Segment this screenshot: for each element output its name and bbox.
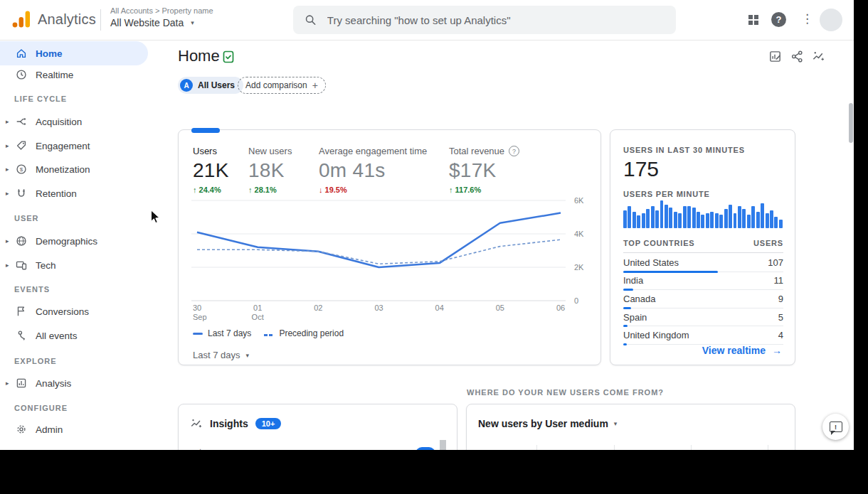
country-name: Spain xyxy=(623,312,647,323)
minute-bar xyxy=(738,206,741,228)
metric-tab-average-engagement-time[interactable]: Average engagement time0m 41s↓ 19.5% xyxy=(319,146,427,194)
minute-bar xyxy=(761,203,764,228)
minute-bar xyxy=(692,208,696,228)
sidebar-item-monetization[interactable]: ▸$Monetization xyxy=(0,157,148,181)
analytics-logo[interactable]: Analytics xyxy=(10,9,96,30)
sidebar-item-label: Engagement xyxy=(36,141,90,151)
chevron-down-icon: ▾ xyxy=(191,19,194,26)
sidebar-item-demographics[interactable]: ▸Demographics xyxy=(0,229,148,253)
sidebar-item-tech[interactable]: ▸Tech xyxy=(0,253,148,277)
globe-icon xyxy=(15,235,28,247)
top-bar: Analytics All Accounts > Property name A… xyxy=(0,0,854,41)
expand-chevron-icon[interactable]: ▸ xyxy=(6,380,9,387)
sidebar-item-label: Retention xyxy=(36,188,77,199)
country-users: 4 xyxy=(778,330,783,340)
insights-icon xyxy=(190,417,203,430)
kebab-menu-icon[interactable]: ⋮ xyxy=(801,11,813,26)
insights-header[interactable]: Insights 10+ xyxy=(190,417,281,430)
sidebar-item-label: Analysis xyxy=(36,378,71,389)
minute-bar xyxy=(678,213,682,229)
sidebar-item-all-events[interactable]: All events xyxy=(0,323,148,348)
realtime-users-value: 175 xyxy=(623,157,659,181)
page-scrollbar[interactable] xyxy=(849,103,853,143)
users-line-chart: 02K4K6K30Sep01Oct0203040506 xyxy=(186,194,593,325)
realtime-card: USERS IN LAST 30 MINUTES 175 USERS PER M… xyxy=(610,129,795,365)
sidebar-item-conversions[interactable]: Conversions xyxy=(0,299,148,323)
view-realtime-link[interactable]: View realtime → xyxy=(702,345,782,356)
insights-icon[interactable] xyxy=(812,50,825,63)
sidebar-item-retention[interactable]: ▸Retention xyxy=(0,181,148,205)
expand-chevron-icon[interactable]: ▸ xyxy=(6,262,9,269)
metric-tab-total-revenue[interactable]: Total revenue?$17K↑ 117.6% xyxy=(449,146,519,194)
country-users: 11 xyxy=(774,275,784,286)
tag-icon xyxy=(15,139,28,152)
minute-bar xyxy=(687,206,691,228)
all-users-chip[interactable]: A All Users xyxy=(178,77,243,94)
sidebar-item-label: Tech xyxy=(36,260,56,271)
minute-bar xyxy=(770,210,773,228)
sidebar-item-admin[interactable]: Admin xyxy=(0,417,148,441)
share-icon[interactable] xyxy=(790,50,804,63)
sidebar-item-engagement[interactable]: ▸Engagement xyxy=(0,134,148,158)
page-title: Home xyxy=(178,47,220,65)
minute-bar xyxy=(637,215,640,228)
minute-bar xyxy=(674,212,677,228)
svg-text:4K: 4K xyxy=(574,230,584,238)
country-users: 9 xyxy=(778,294,783,304)
avatar[interactable] xyxy=(820,9,842,31)
svg-text:30: 30 xyxy=(193,304,201,312)
expand-chevron-icon[interactable]: ▸ xyxy=(6,118,9,125)
apps-grid-icon[interactable] xyxy=(748,14,759,26)
minute-bar xyxy=(651,206,655,228)
customize-report-icon[interactable] xyxy=(768,50,782,63)
country-users: 5 xyxy=(778,312,783,323)
sidebar-item-acquisition[interactable]: ▸Acquisition xyxy=(0,109,148,134)
sidebar-item-home[interactable]: Home xyxy=(0,41,148,65)
per-minute-label: USERS PER MINUTE xyxy=(623,190,710,198)
report-doc-check-icon[interactable] xyxy=(221,50,235,64)
dollar-icon: $ xyxy=(15,163,28,176)
country-row: United Kingdom4 xyxy=(623,326,783,345)
sidebar-item-label: Demographics xyxy=(36,236,97,247)
magnet-icon xyxy=(15,187,28,200)
sidebar-item-label: Home xyxy=(36,48,63,59)
sidebar-item-label: Monetization xyxy=(36,164,90,175)
sidebar-item-realtime[interactable]: Realtime xyxy=(0,63,148,87)
new-users-widget-selector[interactable]: New users by User medium ▾ xyxy=(478,418,617,429)
metric-tab-users[interactable]: Users21K↑ 24.4% xyxy=(193,146,229,194)
minute-bar xyxy=(669,208,672,228)
expand-chevron-icon[interactable]: ▸ xyxy=(6,142,9,149)
country-row: India11 xyxy=(623,272,783,291)
sidebar-section-header: CONFIGURE xyxy=(14,404,68,412)
search-bar[interactable] xyxy=(293,6,676,34)
add-comparison-chip[interactable]: Add comparison + xyxy=(238,77,326,94)
expand-chevron-icon[interactable]: ▸ xyxy=(6,237,9,245)
chevron-down-icon: ▾ xyxy=(246,352,250,359)
acquisition-icon xyxy=(15,115,28,128)
sidebar-item-analysis[interactable]: ▸Analysis xyxy=(0,371,148,395)
users-per-minute-bar-chart xyxy=(623,200,783,228)
metric-tab-new-users[interactable]: New users18K↑ 28.1% xyxy=(248,146,292,194)
help-icon[interactable]: ? xyxy=(771,12,786,27)
minute-bar xyxy=(623,210,627,228)
date-range-selector[interactable]: Last 7 days ▾ xyxy=(193,350,249,360)
svg-text:$: $ xyxy=(20,166,23,173)
chart-legend: Last 7 daysPreceding period xyxy=(193,328,344,338)
country-name: United States xyxy=(623,257,679,268)
minute-bar xyxy=(742,209,746,228)
analytics-logo-icon xyxy=(10,9,31,30)
card-scrollbar[interactable] xyxy=(440,440,446,450)
gridline xyxy=(536,445,537,450)
search-input[interactable] xyxy=(326,14,665,27)
country-users: 107 xyxy=(768,257,783,268)
minute-bar xyxy=(660,200,664,228)
minute-bar xyxy=(724,209,728,228)
feedback-button[interactable]: ! xyxy=(822,414,849,440)
gridline xyxy=(614,445,615,450)
property-switcher[interactable]: All Accounts > Property name All Website… xyxy=(110,6,213,28)
help-icon[interactable]: ? xyxy=(509,146,519,156)
expand-chevron-icon[interactable]: ▸ xyxy=(6,190,9,197)
expand-chevron-icon[interactable]: ▸ xyxy=(6,166,9,173)
insights-card: Insights 10+ ✦ xyxy=(178,404,457,450)
clock-icon xyxy=(15,68,28,81)
